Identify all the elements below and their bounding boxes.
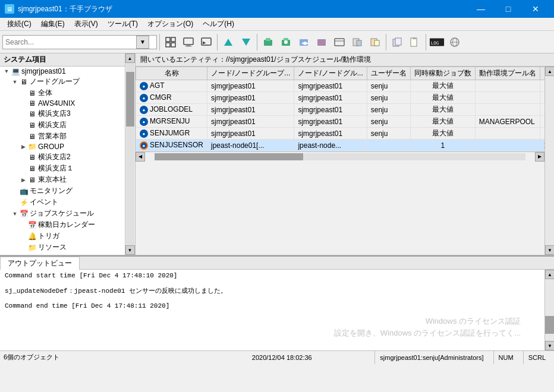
tree-expander-nodegroup[interactable]: ▼ — [11, 79, 19, 85]
menu-edit[interactable]: 編集(E) — [36, 18, 70, 30]
table-row[interactable]: ●JOBLOGDELsjmgrjpeast01sjmgrjpeast01senj… — [136, 104, 545, 116]
col-header-3: ユーザー名 — [367, 67, 410, 80]
sidebar: システム項目 ▼💻sjmgrjpeast01▼🖥ノードグループ🖥全体🖥AWS4U… — [0, 53, 125, 255]
tb-grid2-button[interactable] — [180, 34, 197, 50]
output-scroll-down[interactable]: ▼ — [545, 341, 554, 350]
tree-label-yokohama2: 横浜支店2 — [38, 152, 71, 162]
tb-log-button[interactable]: LOG — [429, 34, 445, 50]
menu-options[interactable]: オプション(O) — [143, 18, 198, 30]
sidebar-scroll-down[interactable]: ▼ — [125, 245, 135, 255]
tree-expander-jobschedule[interactable]: ▼ — [11, 211, 19, 217]
output-scroll-track[interactable] — [545, 279, 554, 341]
tree-item-root[interactable]: ▼💻sjmgrjpeast01 — [0, 67, 125, 76]
cell-4-5 — [475, 128, 540, 140]
tree-icon-aws4unix: 🖥 — [27, 99, 37, 108]
tree-label-yokohama1: 横浜支店１ — [38, 163, 74, 173]
svg-marker-10 — [242, 39, 250, 46]
tb-box2-button[interactable] — [278, 34, 294, 50]
table-row[interactable]: ●MGRSENJUsjmgrjpeast01sjmgrjpeast01senju… — [136, 116, 545, 128]
tree-item-eigyo[interactable]: 🖥営業本部 — [0, 131, 125, 142]
table-row[interactable]: ●SENJUSENSORjpeast-node01[...jpeast-node… — [136, 140, 545, 151]
search-input[interactable] — [5, 38, 136, 46]
tb-down-arrow-button[interactable] — [238, 34, 254, 50]
minimize-button[interactable]: — — [467, 0, 495, 18]
toolbar-separator-4 — [386, 34, 386, 50]
cell-5-4: 1 — [410, 140, 475, 151]
sidebar-header: システム項目 — [0, 53, 125, 67]
cell-name-0: ●AGT — [136, 80, 207, 92]
tb-globe-button[interactable] — [446, 34, 463, 50]
tree-item-calendar[interactable]: 📅稼動日カレンダー — [0, 219, 125, 230]
tb-box3-button[interactable]: ◀▶ — [295, 34, 312, 50]
scroll-left-arrow[interactable]: ◀ — [136, 152, 145, 162]
tb-box4-button[interactable] — [313, 34, 330, 50]
search-button[interactable]: ▼ — [136, 36, 149, 49]
tree-item-env[interactable]: ⚙動作環境 — [0, 253, 125, 255]
tree-label-aws4unix: AWS4UNIX — [38, 99, 75, 108]
tree-item-all[interactable]: 🖥全体 — [0, 87, 125, 99]
content-scroll-up[interactable]: ▲ — [545, 67, 554, 76]
tree-item-trigger[interactable]: 🔔トリガ — [0, 230, 125, 242]
tb-up-arrow-button[interactable] — [220, 34, 237, 50]
svg-rect-18 — [317, 39, 326, 46]
tree-item-resource[interactable]: 📁リソース — [0, 242, 125, 253]
tree-item-yokohama[interactable]: 🖥横浜支店 — [0, 119, 125, 131]
tb-box7-button[interactable] — [367, 34, 383, 50]
tb-copy-button[interactable] — [389, 34, 405, 50]
sidebar-scrollbar[interactable]: ▲ ▼ — [125, 53, 134, 255]
tree-icon-trigger: 🔔 — [27, 232, 37, 241]
menu-view[interactable]: 表示(V) — [70, 18, 103, 30]
svg-rect-5 — [187, 45, 190, 46]
tree-item-monitoring[interactable]: 📺モニタリング — [0, 185, 125, 197]
tree-icon-group: 📁 — [27, 143, 37, 151]
close-button[interactable]: ✕ — [522, 0, 549, 18]
table-row[interactable]: ●CMGRsjmgrjpeast01sjmgrjpeast01senju最大値 — [136, 92, 545, 104]
menu-connect[interactable]: 接続(C) — [2, 18, 36, 30]
tree-label-yokohama3: 横浜支店3 — [38, 109, 71, 119]
tree-label-calendar: 稼動日カレンダー — [38, 220, 95, 230]
toolbar-separator-5 — [426, 34, 426, 50]
output-scroll-up[interactable]: ▲ — [545, 270, 554, 279]
table-row[interactable]: ●SENJUMGRsjmgrjpeast01sjmgrjpeast01senju… — [136, 128, 545, 140]
output-scroll-thumb — [545, 316, 554, 334]
tree-item-yokohama1[interactable]: 🖥横浜支店１ — [0, 163, 125, 174]
horizontal-scrollbar[interactable]: ◀ ▶ — [136, 151, 544, 161]
svg-rect-26 — [395, 38, 401, 45]
menu-tools[interactable]: ツール(T) — [103, 18, 143, 30]
table-row[interactable]: ●AGTsjmgrjpeast01sjmgrjpeast01senju最大値 — [136, 80, 545, 92]
menu-help[interactable]: ヘルプ(H) — [198, 18, 239, 30]
tb-box6-button[interactable] — [349, 34, 366, 50]
tree-expander-group[interactable]: ▶ — [19, 144, 27, 150]
sidebar-scroll-track[interactable] — [126, 63, 134, 245]
content-scroll-track[interactable] — [545, 76, 554, 245]
cell-name-4: ●SENJUMGR — [136, 128, 207, 140]
tb-grid1-button[interactable] — [162, 34, 179, 50]
tree-item-jobschedule[interactable]: ▼📅ジョブスケジュール — [0, 208, 125, 219]
sidebar-scroll-thumb — [126, 72, 134, 127]
content-scrollbar[interactable]: ▲ ▼ — [544, 67, 554, 255]
scroll-right-arrow[interactable]: ▶ — [535, 152, 544, 162]
tree-icon-jobschedule: 📅 — [19, 210, 29, 218]
tree-expander-tokyo[interactable]: ▶ — [19, 177, 27, 183]
tree-item-yokohama3[interactable]: 🖥横浜支店3 — [0, 108, 125, 119]
tree-item-event[interactable]: ⚡イベント — [0, 197, 125, 208]
sidebar-wrapper: システム項目 ▼💻sjmgrjpeast01▼🖥ノードグループ🖥全体🖥AWS4U… — [0, 53, 136, 255]
tree-item-tokyo[interactable]: ▶🖥東京本社 — [0, 174, 125, 185]
cell-2-1: sjmgrjpeast01 — [207, 104, 294, 116]
tb-box1-button[interactable] — [260, 34, 276, 50]
content-scroll-down[interactable]: ▼ — [545, 245, 554, 255]
sidebar-scroll-up[interactable]: ▲ — [125, 53, 135, 63]
tree-item-nodegroup[interactable]: ▼🖥ノードグループ — [0, 76, 125, 87]
tb-box5-button[interactable] — [331, 34, 348, 50]
output-scrollbar[interactable]: ▲ ▼ — [544, 270, 554, 350]
output-tab[interactable]: アウトプットビュー — [0, 257, 80, 270]
h-scroll-track[interactable] — [155, 153, 525, 160]
maximize-button[interactable]: □ — [495, 0, 522, 18]
tree-item-aws4unix[interactable]: 🖥AWS4UNIX — [0, 99, 125, 108]
tree-item-yokohama2[interactable]: 🖥横浜支店2 — [0, 151, 125, 163]
tb-monitor-button[interactable]: ▶_ — [198, 34, 215, 50]
tree-item-group[interactable]: ▶📁GROUP — [0, 142, 125, 151]
tree-expander-root[interactable]: ▼ — [2, 68, 11, 74]
tb-paste-button[interactable] — [407, 34, 423, 50]
cell-1-2: sjmgrjpeast01 — [294, 92, 367, 104]
